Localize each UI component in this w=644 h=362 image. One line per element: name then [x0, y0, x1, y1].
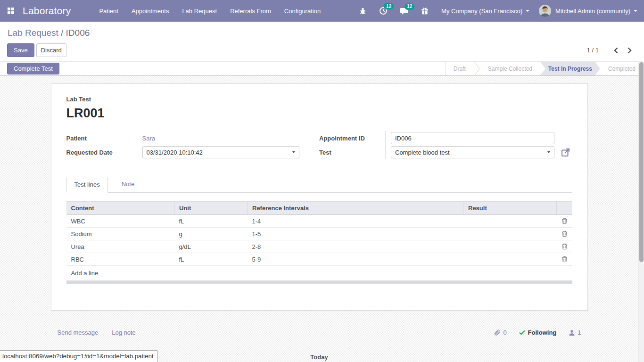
- attachments-counter[interactable]: 0: [494, 329, 506, 336]
- menu-appointments[interactable]: Appointments: [125, 0, 176, 22]
- record-title: LR001: [66, 106, 572, 121]
- status-step-completed[interactable]: Completed: [600, 62, 638, 75]
- chatter-toolbar: Send message Log note 0 Following 1: [51, 329, 588, 336]
- company-name: My Company (San Francisco): [441, 8, 522, 15]
- column-unit[interactable]: Unit: [174, 202, 248, 215]
- discard-button[interactable]: Discard: [36, 43, 66, 57]
- followers-counter[interactable]: 1: [569, 329, 581, 336]
- form-view-content: Lab Test LR001 Patient Sara Requested Da…: [0, 76, 638, 362]
- menu-lab-request[interactable]: Lab Request: [175, 0, 223, 22]
- messages-badge: 12: [405, 3, 414, 10]
- activities-icon[interactable]: 12: [379, 7, 388, 15]
- form-sheet: Lab Test LR001 Patient Sara Requested Da…: [51, 83, 588, 311]
- step-separator-icon: [474, 62, 480, 75]
- delete-row-icon[interactable]: [557, 253, 572, 266]
- test-label: Test: [319, 145, 386, 159]
- form-fields: Patient Sara Requested Date 03/31/2020 1…: [66, 131, 572, 159]
- table-header-row: Content Unit Reference Intervals Result: [66, 202, 572, 215]
- apps-grid-icon: [8, 8, 14, 14]
- menu-configuration[interactable]: Configuration: [278, 0, 327, 22]
- menu-referrals-from[interactable]: Referrals From: [223, 0, 278, 22]
- debug-bug-icon[interactable]: [359, 7, 367, 15]
- pager-next-icon[interactable]: [627, 47, 632, 54]
- table-row[interactable]: Sodium g 1-5: [66, 228, 572, 240]
- delete-row-icon[interactable]: [557, 228, 572, 240]
- table-row[interactable]: RBC fL 5-9: [66, 253, 572, 266]
- activities-badge: 12: [384, 3, 394, 9]
- column-actions: [557, 202, 572, 215]
- table-row[interactable]: WBC fL 1-4: [66, 215, 572, 228]
- appointment-id-label: Appointment ID: [319, 131, 386, 145]
- log-note-link[interactable]: Log note: [112, 329, 136, 336]
- company-switcher[interactable]: My Company (San Francisco): [435, 0, 536, 22]
- following-button[interactable]: Following: [519, 329, 557, 336]
- delete-row-icon[interactable]: [557, 240, 572, 253]
- sheet-subtitle: Lab Test: [66, 96, 572, 103]
- date-divider-label: Today: [298, 354, 340, 361]
- breadcrumb-parent[interactable]: Lab Request: [8, 28, 58, 38]
- status-url-tooltip: localhost:8069/web?debug=1#id=1&model=la…: [0, 350, 158, 362]
- attachment-count: 0: [503, 329, 506, 336]
- add-a-line-link[interactable]: Add a line: [71, 270, 99, 277]
- appointment-id-input[interactable]: ID006: [391, 132, 554, 144]
- user-menu[interactable]: Mitchell Admin (community): [536, 0, 644, 22]
- tab-test-lines[interactable]: Test lines: [66, 177, 108, 193]
- gift-icon[interactable]: [421, 7, 429, 15]
- tab-note[interactable]: Note: [114, 177, 142, 192]
- follower-count: 1: [578, 329, 581, 336]
- requested-date-select[interactable]: 03/31/2020 10:10:42: [142, 146, 299, 158]
- column-result[interactable]: Result: [463, 202, 557, 215]
- add-line-row: Add a line: [66, 266, 572, 281]
- select-caret-icon: [547, 151, 550, 153]
- status-steps: Draft Sample Collected Test In Progress …: [445, 62, 638, 75]
- status-step-sample-collected[interactable]: Sample Collected: [480, 62, 540, 75]
- send-message-link[interactable]: Send message: [58, 329, 99, 336]
- pager-previous-icon[interactable]: [613, 47, 619, 54]
- apps-menu-button[interactable]: [0, 0, 22, 22]
- statusbar: Complete Test Draft Sample Collected Tes…: [0, 61, 638, 76]
- user-name: Mitchell Admin (community): [555, 8, 630, 15]
- delete-row-icon[interactable]: [557, 215, 572, 228]
- save-button[interactable]: Save: [7, 43, 34, 57]
- table-row[interactable]: Urea g/dL 2-8: [66, 240, 572, 253]
- breadcrumb-current: ID006: [66, 28, 90, 38]
- status-step-test-in-progress[interactable]: Test In Progress: [540, 62, 600, 75]
- vertical-scrollbar[interactable]: [638, 61, 644, 362]
- patient-value-link[interactable]: Sara: [142, 135, 155, 142]
- breadcrumb-separator: /: [61, 28, 63, 38]
- breadcrumb: Lab Request / ID006: [0, 22, 644, 39]
- column-content[interactable]: Content: [66, 202, 174, 215]
- test-select[interactable]: Complete blood test: [391, 146, 554, 158]
- pager-count: 1 / 1: [587, 47, 599, 54]
- pager: 1 / 1: [587, 47, 636, 54]
- table-scrollbar[interactable]: [66, 280, 572, 284]
- control-panel-buttons: Save Discard 1 / 1: [0, 39, 644, 61]
- complete-test-button[interactable]: Complete Test: [7, 63, 59, 74]
- patient-label: Patient: [66, 131, 137, 145]
- avatar: [539, 5, 551, 17]
- messages-icon[interactable]: 12: [400, 7, 409, 15]
- main-menu: Patient Appointments Lab Request Referra…: [92, 0, 327, 22]
- scrollbar-thumb[interactable]: [639, 62, 644, 262]
- top-navbar: Laboratory Patient Appointments Lab Requ…: [0, 0, 644, 22]
- status-step-draft[interactable]: Draft: [446, 62, 474, 75]
- select-caret-icon: [292, 151, 295, 153]
- requested-date-label: Requested Date: [66, 145, 137, 159]
- caret-down-icon: [634, 10, 637, 12]
- caret-down-icon: [526, 10, 529, 12]
- notebook-tabs: Test lines Note: [66, 177, 572, 193]
- column-reference-intervals[interactable]: Reference Intervals: [248, 202, 463, 215]
- menu-patient[interactable]: Patient: [92, 0, 124, 22]
- app-title[interactable]: Laboratory: [23, 5, 71, 16]
- external-link-icon[interactable]: [561, 148, 570, 157]
- test-lines-table: Content Unit Reference Intervals Result …: [66, 201, 572, 280]
